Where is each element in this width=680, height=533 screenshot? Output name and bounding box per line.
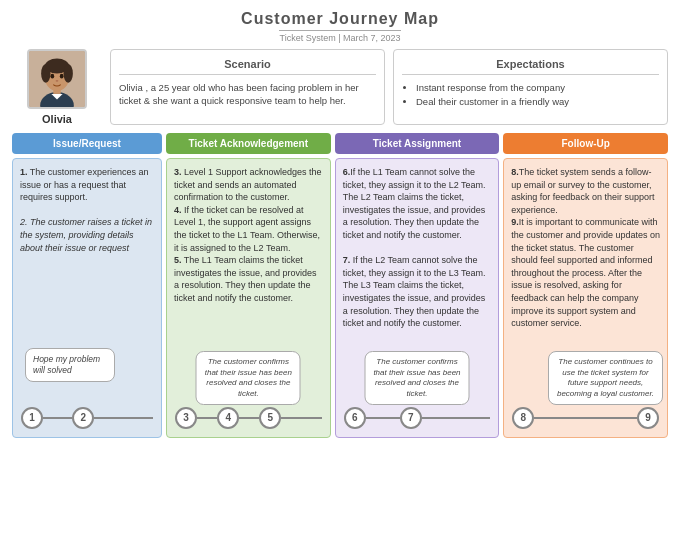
col-assignment: 6.If the L1 Team cannot solve the ticket… bbox=[335, 158, 500, 438]
line-8-9 bbox=[534, 417, 637, 419]
scenario-text: Olivia , a 25 year old who has been faci… bbox=[119, 81, 376, 108]
nodes-assign: 6 7 bbox=[336, 407, 499, 429]
nodes-ack: 3 4 5 bbox=[167, 407, 330, 429]
persona-box: Olivia bbox=[12, 49, 102, 125]
svg-point-8 bbox=[60, 74, 64, 79]
expectation-item-1: Instant response from the company bbox=[416, 81, 659, 95]
col-acknowledgement: 3. Level 1 Support acknowledges the tick… bbox=[166, 158, 331, 438]
nodes-issue: 1 2 bbox=[13, 407, 161, 429]
node-2: 2 bbox=[72, 407, 94, 429]
scenario-header: Scenario bbox=[119, 58, 376, 75]
node-6: 6 bbox=[344, 407, 366, 429]
svg-point-7 bbox=[50, 74, 54, 79]
svg-point-6 bbox=[64, 64, 73, 83]
columns-body: 1. The customer experiences an issue or … bbox=[12, 158, 668, 438]
col-followup: 8.The ticket system sends a follow-up em… bbox=[503, 158, 668, 438]
line-1-2 bbox=[43, 417, 72, 419]
col-followup-text: 8.The ticket system sends a follow-up em… bbox=[511, 166, 660, 330]
col-header-acknowledgement: Ticket Acknowledgement bbox=[166, 133, 331, 154]
expectations-list: Instant response from the company Deal t… bbox=[402, 81, 659, 110]
svg-point-5 bbox=[41, 64, 50, 83]
page: Customer Journey Map Ticket System | Mar… bbox=[0, 0, 680, 448]
col-issue-text: 1. The customer experiences an issue or … bbox=[20, 166, 154, 254]
top-section: Olivia Scenario Olivia , a 25 year old w… bbox=[12, 49, 668, 125]
bubble-issue: Hope my problem will solved bbox=[25, 348, 115, 382]
col-ack-text: 3. Level 1 Support acknowledges the tick… bbox=[174, 166, 323, 305]
col-header-followup: Follow-Up bbox=[503, 133, 668, 154]
col-header-assignment: Ticket Assignment bbox=[335, 133, 500, 154]
node-1: 1 bbox=[21, 407, 43, 429]
expectation-item-2: Deal their customer in a friendly way bbox=[416, 95, 659, 109]
scenario-box: Scenario Olivia , a 25 year old who has … bbox=[110, 49, 385, 125]
svg-point-9 bbox=[56, 80, 59, 82]
line-4-5 bbox=[239, 417, 259, 419]
expectations-header: Expectations bbox=[402, 58, 659, 75]
line-6-7 bbox=[366, 417, 400, 419]
bubble-ack: The customer confirms that their issue h… bbox=[196, 351, 301, 405]
columns-header: Issue/Request Ticket Acknowledgement Tic… bbox=[12, 133, 668, 154]
persona-avatar bbox=[27, 49, 87, 109]
bubble-followup: The customer continues to use the ticket… bbox=[548, 351, 663, 405]
col-issue: 1. The customer experiences an issue or … bbox=[12, 158, 162, 438]
expectations-box: Expectations Instant response from the c… bbox=[393, 49, 668, 125]
node-8: 8 bbox=[512, 407, 534, 429]
line-2-3 bbox=[94, 417, 153, 419]
node-4: 4 bbox=[217, 407, 239, 429]
main-title: Customer Journey Map bbox=[12, 10, 668, 28]
line-7-8 bbox=[422, 417, 490, 419]
node-7: 7 bbox=[400, 407, 422, 429]
col-assign-text: 6.If the L1 Team cannot solve the ticket… bbox=[343, 166, 492, 330]
persona-name: Olivia bbox=[42, 113, 72, 125]
node-5: 5 bbox=[259, 407, 281, 429]
line-3-4 bbox=[197, 417, 217, 419]
subtitle: Ticket System | March 7, 2023 bbox=[279, 30, 400, 43]
col-header-issue: Issue/Request bbox=[12, 133, 162, 154]
line-5-6 bbox=[281, 417, 321, 419]
node-9: 9 bbox=[637, 407, 659, 429]
node-3: 3 bbox=[175, 407, 197, 429]
bubble-assign: The customer confirms that their issue h… bbox=[364, 351, 469, 405]
title-section: Customer Journey Map Ticket System | Mar… bbox=[12, 10, 668, 43]
nodes-followup: 8 9 bbox=[504, 407, 667, 429]
